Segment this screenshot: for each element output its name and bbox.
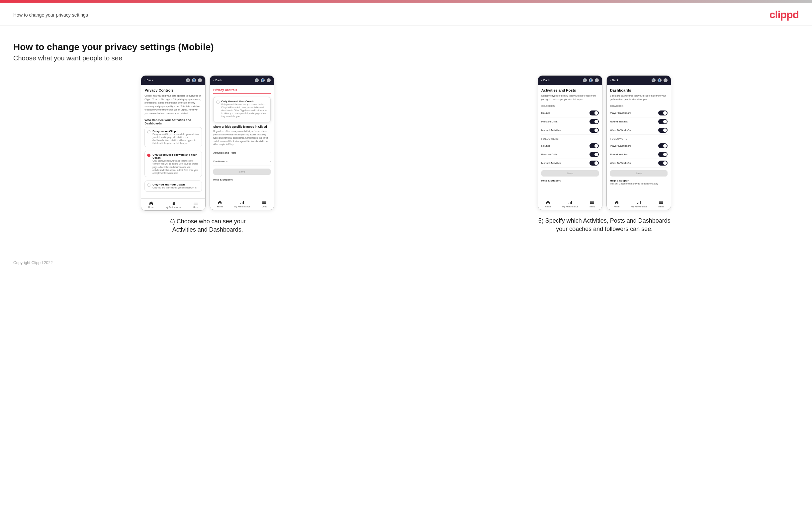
nav-menu-4[interactable]: Menu: [658, 200, 664, 208]
page-title: How to change your privacy settings (Mob…: [13, 42, 799, 52]
toggle-drills-followers-switch[interactable]: [590, 152, 599, 157]
chart-icon-4: [637, 200, 641, 205]
nav-performance-2[interactable]: My Performance: [234, 200, 250, 208]
settings-icon-2[interactable]: ⚙: [267, 78, 271, 82]
person-icon[interactable]: 👤: [192, 78, 196, 82]
svg-rect-18: [637, 203, 638, 204]
toggle-what-to-work-followers-switch[interactable]: [658, 161, 667, 166]
svg-rect-13: [570, 202, 570, 204]
settings-icon[interactable]: ⚙: [198, 78, 202, 82]
toggle-drills-coaches: Practice Drills: [541, 117, 599, 126]
svg-rect-8: [243, 201, 244, 204]
save-button-3[interactable]: Save: [541, 170, 599, 176]
radio-circle-everyone: [147, 130, 150, 133]
nav-performance-4[interactable]: My Performance: [631, 200, 647, 208]
followers-label-4: FOLLOWERS: [610, 137, 667, 140]
privacy-tab: Privacy Controls: [213, 88, 271, 94]
bottom-nav-3: Home My Performance Menu: [538, 198, 602, 210]
toggle-player-dash-coaches-switch[interactable]: [658, 111, 667, 115]
nav-home-1[interactable]: Home: [148, 201, 154, 208]
svg-rect-6: [241, 203, 241, 204]
screenshots-pair-left: ‹ Back 🔍 👤 ⚙ Privacy Controls Control ho…: [141, 75, 274, 211]
arrow-activities: ›: [270, 151, 271, 155]
toggle-drills-coaches-switch[interactable]: [590, 119, 599, 124]
search-icon-3[interactable]: 🔍: [583, 78, 587, 82]
header-icons-2: 🔍 👤 ⚙: [255, 78, 271, 82]
radio-text-everyone: Everyone on Clippd Everyone on Clippd ca…: [152, 130, 199, 145]
phone-header-2: ‹ Back 🔍 👤 ⚙: [210, 76, 274, 85]
svg-rect-20: [640, 201, 641, 204]
help-desc-4: Visit our Clippd community to troublesho…: [610, 182, 667, 186]
privacy-body-text: Control how you and your data appears to…: [145, 94, 202, 115]
back-button-2[interactable]: ‹ Back: [213, 79, 222, 82]
help-support-4: Help & Support: [610, 179, 667, 182]
radio-everyone[interactable]: Everyone on Clippd Everyone on Clippd ca…: [145, 127, 202, 147]
nav-home-3[interactable]: Home: [545, 200, 551, 208]
who-can-see-label: Who Can See Your Activities and Dashboar…: [145, 118, 202, 125]
followers-label-3: FOLLOWERS: [541, 137, 599, 140]
phone-header-4: ‹ Back 🔍 👤 ⚙: [607, 76, 671, 85]
svg-rect-1: [173, 203, 174, 205]
svg-rect-22: [659, 202, 663, 203]
person-icon-4[interactable]: 👤: [658, 78, 662, 82]
back-button-4[interactable]: ‹ Back: [610, 79, 619, 82]
nav-home-2[interactable]: Home: [217, 200, 223, 208]
header-icons-3: 🔍 👤 ⚙: [583, 78, 599, 82]
menu-icon-3: [590, 200, 595, 205]
activities-title: Activities and Posts: [541, 88, 599, 92]
home-icon-2: [217, 200, 222, 205]
svg-rect-21: [659, 201, 663, 202]
toggle-rounds-coaches-switch[interactable]: [590, 111, 599, 115]
menu-icon-2: [262, 200, 267, 205]
person-icon-2[interactable]: 👤: [261, 78, 265, 82]
svg-rect-5: [194, 204, 198, 205]
back-button-3[interactable]: ‹ Back: [541, 79, 550, 82]
save-button-4[interactable]: Save: [610, 170, 667, 176]
toggle-rounds-followers-switch[interactable]: [590, 143, 599, 148]
radio-only-you[interactable]: Only You and Your Coach Only you and the…: [145, 180, 202, 192]
nav-menu-2[interactable]: Menu: [262, 200, 267, 208]
person-icon-3[interactable]: 👤: [589, 78, 593, 82]
screenshots-row: ‹ Back 🔍 👤 ⚙ Privacy Controls Control ho…: [13, 75, 799, 234]
toggle-manual-coaches-switch[interactable]: [590, 128, 599, 133]
nav-activities[interactable]: Activities and Posts ›: [213, 149, 271, 157]
save-button-2[interactable]: Save: [213, 169, 271, 175]
popup-option: Only You and Your Coach Only you and the…: [216, 100, 268, 118]
svg-rect-7: [242, 202, 243, 204]
home-icon-1: [149, 201, 153, 206]
phone-screen-3: ‹ Back 🔍 👤 ⚙ Activities and Posts Select…: [538, 75, 602, 210]
settings-icon-3[interactable]: ⚙: [595, 78, 599, 82]
toggle-round-insights-followers-switch[interactable]: [658, 152, 667, 157]
popup-text: Only You and Your Coach Only you and the…: [221, 100, 268, 118]
nav-dashboards[interactable]: Dashboards ›: [213, 157, 271, 166]
nav-menu-3[interactable]: Menu: [590, 200, 595, 208]
svg-rect-11: [262, 204, 266, 204]
nav-menu-1[interactable]: Menu: [193, 201, 198, 208]
nav-home-4[interactable]: Home: [614, 200, 619, 208]
copyright-text: Copyright Clippd 2022: [13, 261, 53, 265]
toggle-player-dash-followers-switch[interactable]: [658, 143, 667, 148]
bottom-nav-2: Home My Performance Menu: [210, 198, 274, 210]
toggle-manual-followers-switch[interactable]: [590, 161, 599, 166]
nav-performance-3[interactable]: My Performance: [562, 200, 578, 208]
radio-text-only-you: Only You and Your Coach Only you and the…: [152, 183, 196, 189]
toggle-round-insights-coaches-switch[interactable]: [658, 119, 667, 124]
svg-rect-16: [590, 202, 594, 203]
screenshot-group-right: ‹ Back 🔍 👤 ⚙ Activities and Posts Select…: [410, 75, 799, 233]
radio-circle-only-you: [147, 183, 150, 187]
settings-icon-4[interactable]: ⚙: [664, 78, 667, 82]
back-button-1[interactable]: ‹ Back: [145, 79, 153, 82]
search-icon-2[interactable]: 🔍: [255, 78, 259, 82]
nav-performance-1[interactable]: My Performance: [165, 201, 181, 208]
search-icon-4[interactable]: 🔍: [652, 78, 656, 82]
popup-radio: [216, 101, 219, 104]
radio-approved[interactable]: Only Approved Followers and Your Coach O…: [145, 151, 202, 177]
toggle-round-insights-followers: Round Insights: [610, 150, 667, 159]
logo: clippd: [769, 9, 799, 21]
toggle-what-to-work-coaches-switch[interactable]: [658, 128, 667, 133]
coaches-label-3: COACHES: [541, 105, 599, 108]
help-support-3: Help & Support: [541, 179, 599, 182]
screenshots-pair-right: ‹ Back 🔍 👤 ⚙ Activities and Posts Select…: [538, 75, 671, 210]
search-icon[interactable]: 🔍: [186, 78, 190, 82]
toggle-manual-coaches: Manual Activities: [541, 126, 599, 135]
